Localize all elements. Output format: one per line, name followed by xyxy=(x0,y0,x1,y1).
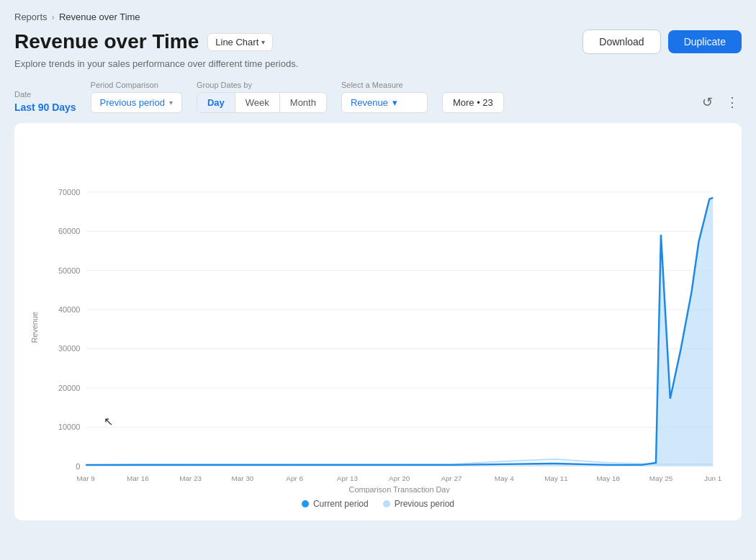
legend-current: Current period xyxy=(302,499,369,509)
period-filter-group: Period Comparison Previous period ▾ xyxy=(91,81,182,113)
cursor-pointer: ↖ xyxy=(104,415,113,428)
svg-text:May 25: May 25 xyxy=(649,474,673,482)
svg-text:Mar 16: Mar 16 xyxy=(127,474,149,482)
svg-text:Jun 1: Jun 1 xyxy=(704,474,722,482)
page-title: Revenue over Time xyxy=(14,30,199,53)
y-axis-label: Revenue xyxy=(30,312,39,343)
svg-text:50000: 50000 xyxy=(58,266,80,275)
page-header: Revenue over Time Line Chart ▾ Download … xyxy=(14,30,742,54)
current-period-line xyxy=(86,198,713,465)
svg-text:40000: 40000 xyxy=(58,305,80,314)
more-options-button[interactable]: ⋮ xyxy=(723,91,742,113)
svg-text:10000: 10000 xyxy=(58,423,80,431)
chart-wrap: Revenue 0 10000 20000 30000 40000 50000 … xyxy=(29,140,727,493)
legend-current-label: Current period xyxy=(313,499,369,509)
breadcrumb-current: Revenue over Time xyxy=(59,12,140,22)
group-dates-label: Group Dates by xyxy=(197,81,327,89)
measure-chevron-icon: ▾ xyxy=(392,97,397,108)
svg-text:May 11: May 11 xyxy=(544,474,568,482)
period-filter-select[interactable]: Previous period ▾ xyxy=(91,92,182,113)
svg-text:20000: 20000 xyxy=(58,384,80,392)
chart-type-label: Line Chart xyxy=(215,37,258,48)
legend-current-dot xyxy=(302,500,309,507)
more-vert-icon: ⋮ xyxy=(726,95,739,109)
legend-previous-dot xyxy=(383,500,390,507)
header-actions: Download Duplicate xyxy=(582,30,742,54)
measure-filter-value: Revenue xyxy=(351,97,388,108)
date-filter-value[interactable]: Last 90 Days xyxy=(14,101,76,113)
more-button[interactable]: More • 23 xyxy=(442,92,504,113)
date-filter-label: Date xyxy=(14,90,76,99)
svg-text:Mar 30: Mar 30 xyxy=(232,474,254,482)
svg-text:60000: 60000 xyxy=(58,227,80,235)
chart-type-button[interactable]: Line Chart ▾ xyxy=(207,33,273,51)
duplicate-button[interactable]: Duplicate xyxy=(668,30,742,53)
measure-filter-select[interactable]: Revenue ▾ xyxy=(341,92,428,113)
page-subtitle: Explore trends in your sales performance… xyxy=(14,58,742,69)
filter-row-right: ↺ ⋮ xyxy=(699,91,742,113)
measure-filter-label: Select a Measure xyxy=(341,81,428,89)
download-button[interactable]: Download xyxy=(582,30,660,54)
chart-svg: Revenue 0 10000 20000 30000 40000 50000 … xyxy=(29,140,727,493)
svg-text:0: 0 xyxy=(76,462,80,471)
chart-type-chevron-icon: ▾ xyxy=(261,38,265,46)
svg-text:30000: 30000 xyxy=(58,344,80,353)
svg-text:Mar 9: Mar 9 xyxy=(77,474,96,482)
breadcrumb-parent[interactable]: Reports xyxy=(14,12,48,22)
svg-text:Mar 23: Mar 23 xyxy=(179,474,202,482)
svg-text:May 18: May 18 xyxy=(597,474,621,482)
legend-previous-label: Previous period xyxy=(395,499,454,509)
group-week-button[interactable]: Week xyxy=(235,93,279,112)
current-period-area xyxy=(86,198,713,466)
chart-legend: Current period Previous period xyxy=(29,499,727,509)
group-month-button[interactable]: Month xyxy=(279,93,326,112)
svg-text:Comparison Transaction Day: Comparison Transaction Day xyxy=(349,485,451,493)
filter-row: Date Last 90 Days Period Comparison Prev… xyxy=(14,81,742,113)
group-day-button[interactable]: Day xyxy=(197,93,235,112)
title-area: Revenue over Time Line Chart ▾ xyxy=(14,30,273,53)
measure-filter-group: Select a Measure Revenue ▾ xyxy=(341,81,428,113)
chart-container: Revenue 0 10000 20000 30000 40000 50000 … xyxy=(14,123,742,520)
period-filter-label: Period Comparison xyxy=(91,81,182,89)
refresh-button[interactable]: ↺ xyxy=(699,91,716,113)
svg-text:Apr 20: Apr 20 xyxy=(389,474,410,482)
svg-text:Apr 27: Apr 27 xyxy=(441,474,462,482)
breadcrumb-separator: › xyxy=(52,12,55,22)
svg-text:70000: 70000 xyxy=(58,188,80,197)
period-chevron-icon: ▾ xyxy=(169,99,173,107)
group-dates-filter-group: Group Dates by Day Week Month xyxy=(197,81,327,113)
period-filter-value: Previous period xyxy=(100,97,165,108)
svg-text:Apr 6: Apr 6 xyxy=(286,474,303,482)
breadcrumb: Reports › Revenue over Time xyxy=(14,12,742,22)
group-dates-buttons: Day Week Month xyxy=(197,92,327,113)
svg-text:Apr 13: Apr 13 xyxy=(337,474,359,482)
date-filter-group: Date Last 90 Days xyxy=(14,90,76,113)
refresh-icon: ↺ xyxy=(702,95,713,109)
svg-text:May 4: May 4 xyxy=(495,474,514,482)
legend-previous: Previous period xyxy=(383,499,454,509)
